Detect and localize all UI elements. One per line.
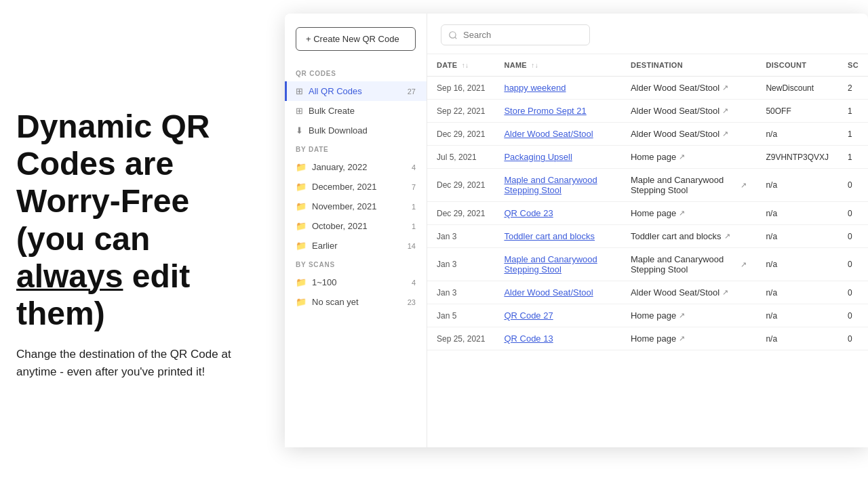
qr-name-link[interactable]: Alder Wood Seat/Stool: [504, 287, 593, 298]
sidebar-item-earlier[interactable]: 📁 Earlier 14: [285, 236, 427, 256]
sidebar-item-badge: 1: [412, 203, 416, 211]
qr-name-link[interactable]: Maple and Canarywood Stepping Stool: [504, 175, 597, 195]
destination-link[interactable]: Maple and Canarywood Stepping Stool ↗: [631, 254, 747, 274]
destination-link[interactable]: Home page ↗: [631, 333, 747, 344]
sidebar-item-badge: 14: [408, 242, 416, 250]
sidebar-item-bulk-download[interactable]: ⬇ Bulk Download: [285, 121, 427, 140]
search-input[interactable]: [441, 24, 590, 45]
by-date-section-title: BY DATE: [285, 140, 427, 157]
destination-link[interactable]: Toddler cart and blocks ↗: [631, 231, 747, 241]
cell-name[interactable]: QR Code 13: [494, 327, 621, 350]
cell-scans: 0: [838, 327, 868, 350]
external-link-icon: ↗: [741, 260, 747, 269]
qr-name-link[interactable]: Alder Wood Seat/Stool: [504, 129, 593, 139]
sidebar-item-bulk-create[interactable]: ⊞ Bulk Create: [285, 101, 427, 121]
cell-discount: n/a: [756, 327, 838, 350]
destination-link[interactable]: Alder Wood Seat/Stool ↗: [631, 129, 747, 139]
cell-date: Sep 16, 2021: [427, 77, 494, 100]
col-scans: SC: [838, 54, 868, 77]
cell-scans: 1: [838, 100, 868, 123]
cell-scans: 1: [838, 123, 868, 146]
cell-scans: 0: [838, 281, 868, 304]
cell-destination[interactable]: Home page ↗: [621, 327, 757, 350]
cell-name[interactable]: happy weekend: [494, 77, 621, 100]
destination-link[interactable]: Home page ↗: [631, 208, 747, 218]
bulk-create-icon: ⊞: [296, 106, 303, 116]
cell-destination[interactable]: Toddler cart and blocks ↗: [621, 225, 757, 248]
download-icon: ⬇: [296, 125, 303, 136]
sidebar-item-nov-2021[interactable]: 📁 November, 2021 1: [285, 197, 427, 216]
cell-name[interactable]: QR Code 27: [494, 304, 621, 327]
cell-date: Dec 29, 2021: [427, 123, 494, 146]
sidebar-item-badge: 27: [408, 87, 416, 96]
qr-name-link[interactable]: QR Code 27: [504, 310, 553, 321]
cell-destination[interactable]: Home page ↗: [621, 146, 757, 169]
cell-destination[interactable]: Home page ↗: [621, 202, 757, 225]
qr-name-link[interactable]: Toddler cart and blocks: [504, 231, 595, 241]
qr-name-link[interactable]: Maple and Canarywood Stepping Stool: [504, 254, 597, 274]
cell-scans: 2: [838, 77, 868, 100]
sidebar-item-1-100[interactable]: 📁 1~100 4: [285, 272, 427, 292]
sidebar-item-no-scan[interactable]: 📁 No scan yet 23: [285, 292, 427, 312]
qr-name-link[interactable]: QR Code 23: [504, 208, 553, 218]
search-bar-wrap: [427, 14, 868, 54]
sidebar-item-label: January, 2022: [312, 162, 367, 172]
table-row: Jan 5 QR Code 27 Home page ↗ n/a 0: [427, 304, 868, 327]
cell-destination[interactable]: Home page ↗: [621, 304, 757, 327]
destination-link[interactable]: Home page ↗: [631, 310, 747, 321]
cell-name[interactable]: Packaging Upsell: [494, 146, 621, 169]
cell-name[interactable]: QR Code 23: [494, 202, 621, 225]
cell-name[interactable]: Toddler cart and blocks: [494, 225, 621, 248]
sidebar-item-dec-2021[interactable]: 📁 December, 2021 7: [285, 177, 427, 197]
folder-icon: 📁: [296, 241, 307, 251]
table-wrap: DATE ↑↓ NAME ↑↓ DESTINATION DISCOUNT SC …: [427, 54, 868, 447]
sidebar-item-label: November, 2021: [312, 201, 376, 211]
cell-name[interactable]: Maple and Canarywood Stepping Stool: [494, 169, 621, 202]
cell-destination[interactable]: Alder Wood Seat/Stool ↗: [621, 281, 757, 304]
sidebar: + Create New QR Code QR CODES ⊞ All QR C…: [285, 14, 427, 447]
cell-discount: 50OFF: [756, 100, 838, 123]
cell-destination[interactable]: Alder Wood Seat/Stool ↗: [621, 100, 757, 123]
cell-destination[interactable]: Maple and Canarywood Stepping Stool ↗: [621, 169, 757, 202]
destination-link[interactable]: Maple and Canarywood Stepping Stool ↗: [631, 175, 747, 195]
cell-name[interactable]: Store Promo Sept 21: [494, 100, 621, 123]
sidebar-item-jan-2022[interactable]: 📁 January, 2022 4: [285, 157, 427, 177]
list-icon: ⊞: [296, 86, 303, 96]
cell-destination[interactable]: Maple and Canarywood Stepping Stool ↗: [621, 248, 757, 281]
cell-destination[interactable]: Alder Wood Seat/Stool ↗: [621, 77, 757, 100]
qr-codes-table: DATE ↑↓ NAME ↑↓ DESTINATION DISCOUNT SC …: [427, 54, 868, 350]
external-link-icon: ↗: [741, 181, 747, 190]
qr-name-link[interactable]: QR Code 13: [504, 333, 553, 344]
sidebar-item-label: All QR Codes: [309, 86, 362, 96]
cell-scans: 0: [838, 248, 868, 281]
destination-link[interactable]: Alder Wood Seat/Stool ↗: [631, 287, 747, 298]
table-row: Sep 25, 2021 QR Code 13 Home page ↗ n/a …: [427, 327, 868, 350]
destination-link[interactable]: Alder Wood Seat/Stool ↗: [631, 83, 747, 93]
destination-link[interactable]: Home page ↗: [631, 152, 747, 162]
cell-name[interactable]: Alder Wood Seat/Stool: [494, 123, 621, 146]
folder-icon: 📁: [296, 277, 307, 287]
folder-icon: 📁: [296, 221, 307, 231]
cell-name[interactable]: Maple and Canarywood Stepping Stool: [494, 248, 621, 281]
cell-name[interactable]: Alder Wood Seat/Stool: [494, 281, 621, 304]
cell-discount: n/a: [756, 225, 838, 248]
sidebar-item-label: 1~100: [312, 277, 337, 287]
cell-date: Sep 25, 2021: [427, 327, 494, 350]
sidebar-item-badge: 1: [412, 222, 416, 230]
cell-date: Jan 3: [427, 281, 494, 304]
qr-name-link[interactable]: Packaging Upsell: [504, 152, 572, 162]
sidebar-item-oct-2021[interactable]: 📁 October, 2021 1: [285, 216, 427, 236]
col-discount: DISCOUNT: [756, 54, 838, 77]
cell-discount: n/a: [756, 248, 838, 281]
table-row: Jan 3 Maple and Canarywood Stepping Stoo…: [427, 248, 868, 281]
col-date[interactable]: DATE ↑↓: [427, 54, 494, 77]
destination-link[interactable]: Alder Wood Seat/Stool ↗: [631, 106, 747, 116]
create-qr-button[interactable]: + Create New QR Code: [296, 27, 416, 51]
folder-icon: 📁: [296, 297, 307, 307]
qr-name-link[interactable]: happy weekend: [504, 83, 566, 93]
cell-destination[interactable]: Alder Wood Seat/Stool ↗: [621, 123, 757, 146]
qr-name-link[interactable]: Store Promo Sept 21: [504, 106, 586, 116]
cell-scans: 1: [838, 146, 868, 169]
col-name[interactable]: NAME ↑↓: [494, 54, 621, 77]
sidebar-item-all-qr-codes[interactable]: ⊞ All QR Codes 27: [285, 81, 427, 101]
